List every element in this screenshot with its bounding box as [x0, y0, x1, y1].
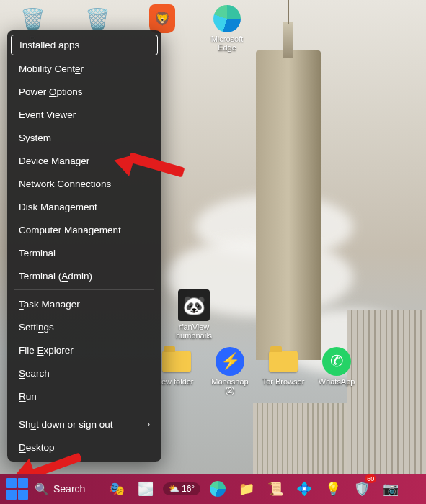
app-icon: 📜: [267, 481, 283, 497]
menu-item-label: Event Viewer: [19, 109, 76, 120]
edge-icon: [211, 4, 243, 33]
desktop-icon-microsoft-edge[interactable]: Microsoft Edge: [203, 4, 251, 52]
menu-item-label: Device Manager: [19, 156, 89, 166]
winx-item-desktop[interactable]: Desktop: [7, 436, 161, 459]
menu-item-label: Desktop: [19, 442, 55, 453]
winx-item-system[interactable]: System: [7, 126, 161, 149]
winx-item-terminal-admin[interactable]: Terminal (Admin): [7, 264, 161, 287]
brave-icon: 🦁: [146, 4, 178, 33]
taskbar-weather-widget[interactable]: ⛅ 16°: [163, 482, 200, 495]
winx-item-network-connections[interactable]: Network Connections: [7, 172, 161, 195]
desktop-icon-tor-browser[interactable]: Tor Browser: [259, 347, 307, 395]
menu-item-label: Terminal (Admin): [19, 271, 92, 282]
taskbar-pinned-app[interactable]: 🎭: [105, 477, 128, 500]
taskbar-pinned-app[interactable]: 💠: [293, 477, 316, 500]
weather-icon: ⛅: [169, 484, 179, 494]
app-icon: 📷: [383, 481, 399, 497]
recycle-bin-icon: 🗑️: [81, 4, 113, 33]
winx-item-file-explorer[interactable]: File Explorer: [7, 338, 161, 361]
menu-item-label: Run: [19, 391, 37, 402]
menu-item-label: Network Connections: [19, 179, 111, 189]
taskbar-pinned-app[interactable]: 🌫️: [134, 477, 157, 500]
winx-item-computer-management[interactable]: Computer Management: [7, 218, 161, 241]
winx-item-shut-down-or-sign-out[interactable]: Shut down or sign out›: [7, 413, 161, 436]
winx-item-mobility-center[interactable]: Mobility Center: [7, 57, 161, 80]
taskbar-pinned-app[interactable]: 💡: [321, 477, 345, 500]
desktop-icon-label: rfanView humbnails: [170, 323, 218, 340]
desktop-icon-label: Microsoft Edge: [203, 35, 251, 52]
winx-item-power-options[interactable]: Power Options: [7, 80, 161, 103]
app-icon: 💡: [325, 481, 341, 497]
search-placeholder: Search: [53, 483, 85, 495]
winx-item-device-manager[interactable]: Device Manager: [7, 149, 161, 172]
taskbar-pinned-app[interactable]: 🛡️ 60: [350, 477, 373, 500]
menu-item-label: Terminal: [19, 248, 56, 258]
desktop-icon-label: lew folder: [159, 377, 193, 386]
recycle-bin-icon: 🗑️: [17, 4, 48, 33]
winx-item-settings[interactable]: Settings: [7, 315, 161, 338]
menu-item-label: Computer Management: [19, 225, 121, 235]
taskbar-pinned-app[interactable]: 📜: [264, 477, 287, 500]
search-icon: 🔍: [35, 482, 49, 496]
taskbar-pinned-edge[interactable]: [206, 477, 229, 500]
taskbar-pinned-file-explorer[interactable]: 📁: [235, 477, 258, 500]
app-icon: 🌫️: [138, 481, 154, 497]
desktop: 🗑️ R 🗑️ 🦁 Microsoft Edge 🐼 rfanView humb…: [0, 0, 426, 504]
menu-item-label: Installed apps: [19, 40, 79, 50]
menu-item-label: Settings: [19, 322, 54, 333]
winx-power-menu: Installed appsMobility CenterPower Optio…: [7, 30, 161, 462]
winx-item-task-manager[interactable]: Task Manager: [7, 292, 161, 315]
winx-item-run[interactable]: Run: [7, 384, 161, 408]
weather-temperature: 16°: [182, 484, 195, 494]
winx-item-search[interactable]: Search: [7, 361, 161, 384]
edge-icon: [210, 481, 226, 497]
menu-item-label: Mobility Center: [19, 63, 84, 74]
winx-item-disk-management[interactable]: Disk Management: [7, 195, 161, 218]
whatsapp-icon: ✆: [322, 347, 351, 376]
windows-logo-icon: [6, 478, 28, 500]
desktop-icon-label: Monosnap (2): [206, 377, 254, 395]
winx-item-terminal[interactable]: Terminal: [7, 241, 161, 264]
start-button[interactable]: [6, 477, 29, 500]
menu-item-label: Disk Management: [19, 202, 97, 212]
wallpaper-building: [253, 403, 347, 475]
taskbar-pinned-app[interactable]: 📷: [379, 477, 402, 500]
folder-icon: 📁: [239, 481, 254, 497]
winx-item-event-viewer[interactable]: Event Viewer: [7, 103, 161, 126]
menu-item-label: Shut down or sign out: [19, 419, 113, 430]
menu-item-label: File Explorer: [19, 345, 74, 356]
menu-item-label: Power Options: [19, 86, 83, 97]
chevron-right-icon: ›: [147, 419, 150, 429]
taskbar: 🔍 Search 🎭 🌫️ ⛅ 16° 📁 📜 💠 💡 🛡️ 60 📷: [0, 474, 426, 504]
app-icon: 💠: [296, 481, 312, 497]
taskbar-search[interactable]: 🔍 Search: [35, 482, 99, 496]
desktop-icon-label: WhatsApp: [319, 377, 355, 386]
menu-separator: [14, 289, 154, 290]
menu-item-label: System: [19, 132, 51, 143]
app-icon: 🎭: [109, 481, 125, 497]
notification-badge: 60: [365, 474, 376, 483]
panda-icon: 🐼: [178, 289, 210, 321]
monosnap-icon: ⚡: [216, 347, 244, 376]
menu-item-label: Search: [19, 368, 50, 379]
desktop-icon-irfanview-thumbnails[interactable]: 🐼 rfanView humbnails: [170, 289, 218, 340]
menu-item-label: Task Manager: [19, 299, 80, 310]
shield-icon: 🛡️: [354, 481, 370, 497]
folder-icon: [161, 347, 192, 376]
desktop-icon-monosnap[interactable]: ⚡ Monosnap (2): [206, 347, 254, 395]
folder-icon: [267, 347, 299, 376]
desktop-icon-whatsapp[interactable]: ✆ WhatsApp: [313, 347, 360, 395]
menu-separator: [14, 410, 154, 410]
desktop-icon-label: Tor Browser: [262, 377, 305, 386]
winx-item-installed-apps[interactable]: Installed apps: [11, 35, 158, 55]
